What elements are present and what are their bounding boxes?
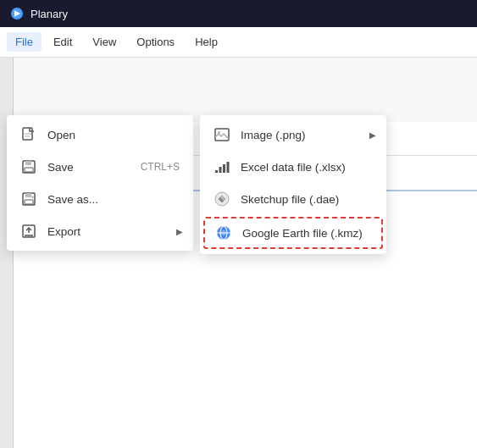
save-shortcut: CTRL+S	[141, 161, 180, 173]
document-icon	[20, 126, 37, 143]
save-label: Save	[47, 161, 74, 174]
menu-view[interactable]: View	[84, 32, 125, 52]
export-label: Export	[47, 225, 80, 238]
svg-rect-19	[215, 170, 218, 173]
menu-item-save[interactable]: Save CTRL+S	[7, 151, 193, 183]
open-label: Open	[47, 129, 75, 141]
export-image-label: Image (.png)	[241, 129, 306, 141]
file-dropdown-menu: Open Save CTRL+S +	[7, 115, 193, 251]
svg-rect-12	[25, 193, 31, 197]
export-excel-label: Excel data file (.xlsx)	[241, 161, 346, 174]
chart-icon	[214, 158, 230, 175]
saveas-icon: +	[20, 191, 37, 207]
menu-options[interactable]: Options	[128, 32, 183, 52]
export-submenu: Image (.png) Excel data file (.xlsx)	[200, 115, 386, 254]
main-content: Open Save CTRL+S +	[0, 58, 477, 448]
svg-text:+: +	[31, 194, 35, 199]
menu-bar: File Edit View Options Help	[0, 27, 477, 58]
menu-item-export[interactable]: Export	[7, 215, 193, 247]
googleearth-icon	[215, 224, 232, 241]
menu-edit[interactable]: Edit	[45, 32, 80, 52]
export-item-googleearth[interactable]: Google Earth file (.kmz)	[203, 217, 383, 249]
svg-rect-9	[25, 161, 31, 165]
saveas-label: Save as...	[47, 193, 98, 206]
export-icon	[20, 223, 37, 240]
menu-help[interactable]: Help	[186, 32, 226, 52]
app-logo-icon	[10, 7, 24, 20]
sketchup-icon	[214, 191, 230, 207]
title-bar: Planary	[0, 0, 477, 27]
menu-file[interactable]: File	[7, 32, 42, 52]
export-item-image[interactable]: Image (.png)	[200, 119, 386, 151]
svg-rect-10	[25, 168, 33, 172]
export-item-excel[interactable]: Excel data file (.xlsx)	[200, 151, 386, 183]
menu-item-saveas[interactable]: + Save as...	[7, 183, 193, 215]
svg-point-27	[221, 230, 226, 235]
svg-rect-13	[25, 200, 33, 204]
menu-item-open[interactable]: Open	[7, 119, 193, 151]
image-icon	[214, 126, 230, 143]
app-title: Planary	[31, 8, 68, 20]
export-googleearth-label: Google Earth file (.kmz)	[242, 227, 363, 240]
save-icon	[20, 158, 37, 175]
svg-rect-20	[219, 167, 222, 173]
export-item-sketchup[interactable]: Sketchup file (.dae)	[200, 183, 386, 215]
svg-rect-22	[227, 162, 230, 173]
export-sketchup-label: Sketchup file (.dae)	[241, 193, 339, 206]
svg-rect-21	[223, 164, 225, 173]
